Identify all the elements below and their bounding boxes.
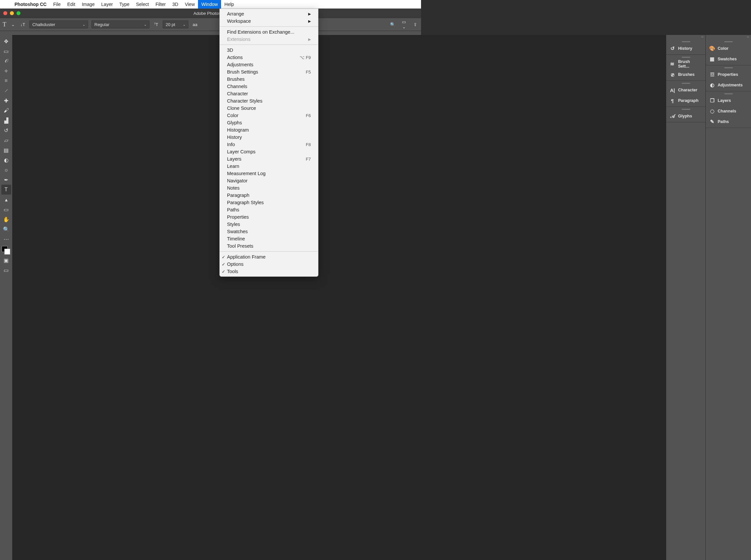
- menu-Filter[interactable]: Filter: [152, 0, 169, 8]
- text-orientation-icon[interactable]: ↓T: [19, 22, 26, 27]
- menuitem-tools[interactable]: ✓Tools: [220, 268, 318, 275]
- tool-gradient[interactable]: ▤: [1, 145, 11, 155]
- quick-mask-icon[interactable]: ▣: [1, 255, 11, 265]
- menuitem-paragraph-styles[interactable]: Paragraph Styles: [220, 199, 318, 206]
- tool-zoom[interactable]: 🔍: [1, 224, 11, 234]
- menuitem--d[interactable]: 3D: [220, 46, 318, 54]
- menuitem-label: Tool Presets: [227, 243, 253, 249]
- tool-type[interactable]: T: [1, 185, 11, 195]
- menu-3D[interactable]: 3D: [169, 0, 181, 8]
- tool-eyedropper[interactable]: ⟋: [1, 86, 11, 96]
- tool-path-select[interactable]: ▴: [1, 195, 11, 204]
- menuitem-label: Find Extensions on Exchange...: [227, 29, 294, 35]
- menuitem-character-styles[interactable]: Character Styles: [220, 97, 318, 104]
- font-size-select[interactable]: 20 pt⌄: [163, 20, 189, 28]
- menuitem-measurement-log[interactable]: Measurement Log: [220, 170, 318, 177]
- menuitem-properties[interactable]: Properties: [220, 213, 318, 221]
- menuitem-color[interactable]: ColorF6: [220, 112, 318, 119]
- menuitem-arrange[interactable]: Arrange▶: [220, 10, 318, 18]
- zoom-window-button[interactable]: [17, 11, 20, 15]
- close-window-button[interactable]: [3, 11, 7, 15]
- menuitem-application-frame[interactable]: ✓Application Frame: [220, 253, 318, 261]
- tool-move[interactable]: ✥: [1, 36, 11, 46]
- tool-marquee[interactable]: ▭: [1, 46, 11, 56]
- chevron-down-icon[interactable]: ⌄: [9, 22, 16, 27]
- menuitem-label: Layers: [227, 156, 241, 162]
- tool-lasso[interactable]: 𝒪: [1, 56, 11, 66]
- menuitem-timeline[interactable]: Timeline: [220, 235, 318, 242]
- screen-mode-icon[interactable]: ▭: [1, 265, 11, 275]
- menuitem-layers[interactable]: LayersF7: [220, 155, 318, 163]
- menuitem-adjustments[interactable]: Adjustments: [220, 61, 318, 68]
- viewmode-icon[interactable]: ▭ ⌄: [400, 19, 407, 29]
- canvas-area[interactable]: [13, 35, 421, 313]
- menuitem-shortcut: F6: [306, 113, 311, 118]
- tool-stamp[interactable]: ▟: [1, 116, 11, 125]
- window-titlebar: Adobe Photoshop: [0, 8, 421, 18]
- tool-crop[interactable]: ⌗: [1, 76, 11, 86]
- menuitem-brushes[interactable]: Brushes: [220, 76, 318, 83]
- menuitem-label: Layer Comps: [227, 149, 255, 154]
- menuitem-options[interactable]: ✓Options: [220, 261, 318, 268]
- menuitem-history[interactable]: History: [220, 134, 318, 141]
- menu-Window[interactable]: Window: [198, 0, 221, 8]
- menuitem-navigator[interactable]: Navigator: [220, 177, 318, 184]
- menu-View[interactable]: View: [181, 0, 198, 8]
- menuitem-brush-settings[interactable]: Brush SettingsF5: [220, 68, 318, 76]
- tool-more[interactable]: ⋯: [1, 234, 11, 244]
- tool-healing[interactable]: ✚: [1, 96, 11, 105]
- checkmark-icon: ✓: [222, 255, 225, 260]
- menu-Edit[interactable]: Edit: [64, 0, 79, 8]
- tool-blur[interactable]: ◐: [1, 155, 11, 165]
- menuitem-label: Adjustments: [227, 62, 253, 67]
- menuitem-character[interactable]: Character: [220, 90, 318, 97]
- menuitem-layer-comps[interactable]: Layer Comps: [220, 148, 318, 155]
- menu-Layer[interactable]: Layer: [98, 0, 116, 8]
- menuitem-histogram[interactable]: Histogram: [220, 126, 318, 134]
- menuitem-label: Tools: [227, 269, 238, 274]
- menuitem-label: 3D: [227, 47, 233, 53]
- minimize-window-button[interactable]: [10, 11, 14, 15]
- share-icon[interactable]: ⇪: [412, 22, 418, 27]
- tool-eraser[interactable]: ▱: [1, 135, 11, 145]
- search-icon[interactable]: 🔍: [389, 22, 396, 27]
- menu-Image[interactable]: Image: [79, 0, 98, 8]
- menuitem-label: Learn: [227, 164, 239, 169]
- menu-Type[interactable]: Type: [116, 0, 133, 8]
- menuitem-styles[interactable]: Styles: [220, 221, 318, 228]
- menuitem-tool-presets[interactable]: Tool Presets: [220, 242, 318, 249]
- tool-hand[interactable]: ✋: [1, 214, 11, 224]
- tool-magic-wand[interactable]: ✧: [1, 66, 11, 76]
- menuitem-notes[interactable]: Notes: [220, 184, 318, 192]
- tool-rectangle[interactable]: ▭: [1, 204, 11, 214]
- menuitem-label: Paths: [227, 207, 239, 213]
- menuitem-find-extensions-on-exchange-[interactable]: Find Extensions on Exchange...: [220, 28, 318, 36]
- menu-Select[interactable]: Select: [133, 0, 152, 8]
- menuitem-shortcut: F7: [306, 157, 311, 162]
- tool-preset-icon[interactable]: T: [3, 21, 6, 28]
- menu-Help[interactable]: Help: [221, 0, 237, 8]
- menuitem-paths[interactable]: Paths: [220, 206, 318, 213]
- tool-brush[interactable]: 🖌: [1, 105, 11, 116]
- tool-pen[interactable]: ✒: [1, 175, 11, 185]
- submenu-arrow-icon: ▶: [308, 19, 311, 23]
- tool-history-brush[interactable]: ↺: [1, 125, 11, 135]
- menuitem-paragraph[interactable]: Paragraph: [220, 192, 318, 199]
- menuitem-glyphs[interactable]: Glyphs: [220, 119, 318, 126]
- menuitem-workspace[interactable]: Workspace▶: [220, 18, 318, 25]
- font-family-select[interactable]: Chalkduster⌄: [29, 20, 88, 28]
- color-swatches[interactable]: [2, 246, 11, 255]
- font-size-icon: ᵀT: [153, 22, 159, 27]
- menuitem-info[interactable]: InfoF8: [220, 141, 318, 148]
- menu-File[interactable]: File: [50, 0, 64, 8]
- font-style-select[interactable]: Regular⌄: [92, 20, 150, 28]
- menuitem-learn[interactable]: Learn: [220, 163, 318, 170]
- app-menu[interactable]: Photoshop CC: [11, 0, 50, 8]
- menuitem-channels[interactable]: Channels: [220, 83, 318, 90]
- tool-dodge[interactable]: ☼: [1, 165, 11, 175]
- menuitem-swatches[interactable]: Swatches: [220, 228, 318, 235]
- antialias-icon[interactable]: aa: [192, 22, 198, 27]
- menuitem-clone-source[interactable]: Clone Source: [220, 104, 318, 112]
- menuitem-label: Color: [227, 113, 239, 118]
- menuitem-actions[interactable]: Actions⌥ F9: [220, 54, 318, 61]
